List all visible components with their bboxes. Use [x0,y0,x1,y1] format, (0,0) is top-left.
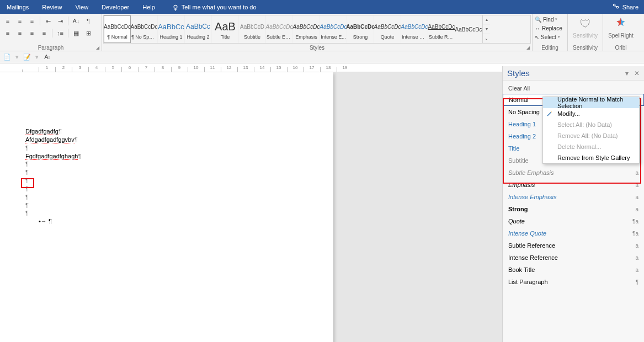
ruler-tick: 13 [237,65,254,70]
gallery-style-item[interactable]: AaBbCcDSubtitle [239,15,266,43]
styles-pane-title: Styles [507,68,530,78]
share-button[interactable]: Share [612,3,638,12]
pane-style-item[interactable]: Subtle Referencea [503,239,644,252]
gallery-style-item[interactable]: AaBbCcDcSubtle Em... [266,15,293,43]
styles-gallery[interactable]: AaBbCcDc¶ NormalAaBbCcDc¶ No Spac...AaBb… [103,15,531,44]
borders-button[interactable]: ⊞ [83,28,94,39]
pane-style-item[interactable]: Emphasisa [503,179,644,191]
share-label: Share [622,4,638,10]
shading-button[interactable]: ▦ [71,28,82,39]
pane-style-item[interactable]: Quote¶a [503,215,644,227]
context-menu-item[interactable]: Modify... [543,108,639,119]
pane-style-label: Subtle Emphasis [508,169,554,176]
gallery-style-item[interactable]: AaBbCcDcQuote [374,15,401,43]
separator [68,29,68,38]
tab-developer[interactable]: Developer [95,0,136,14]
replace-icon: ↔ [535,25,540,31]
tab-mailings[interactable]: Mailings [0,0,35,14]
indent-decrease-button[interactable]: ⇤ [42,15,54,26]
tell-me-search[interactable]: Tell me what you want to do [162,4,257,10]
ruler-tick: 12 [221,65,237,70]
style-inspector-button[interactable]: 📝 [22,52,32,62]
styles-dialog-launcher[interactable]: ◢ [525,45,531,50]
tab-view[interactable]: View [68,0,95,14]
style-preview-text: AaBbCcDc [320,19,347,34]
gallery-style-item[interactable]: AaBTitle [212,15,239,43]
sensitivity-icon[interactable]: 🛡 [578,16,593,31]
pane-close-icon[interactable]: ✕ [634,70,640,77]
clear-all-button[interactable]: Clear All [503,83,644,94]
select-button[interactable]: ↖Select▾ [535,33,565,41]
gallery-style-item[interactable]: AaBbCcDc [455,15,482,43]
pane-style-item[interactable]: Stronga [503,203,644,215]
style-preview-text: AaBbCc [185,19,211,34]
pane-style-item[interactable]: List Paragraph¶ [503,276,644,288]
pane-style-item[interactable]: Subtle Emphasisa [503,167,644,179]
gallery-style-item[interactable]: AaBbCcDc¶ No Spac... [131,15,158,43]
style-name-label: Subtle Em... [267,34,292,40]
pane-style-marker: a [635,182,638,188]
gallery-style-item[interactable]: AaBbCcDcIntense Q... [401,15,428,43]
gallery-style-item[interactable]: AaBbCcDcEmphasis [293,15,320,43]
gallery-style-item[interactable]: AaBbCcDc¶ Normal [104,15,131,43]
svg-point-0 [174,5,177,8]
document-page[interactable]: Dfgadfgadfg¶ Afdgadfgadfggvbv¶ ¶ Fgdfgad… [0,72,333,342]
update-toc-button[interactable]: 📄 [2,52,12,62]
pane-style-marker: a [635,255,638,261]
separator [52,29,52,38]
context-menu-item[interactable]: Update Normal to Match Selection [543,97,639,108]
ruler-tick: 10 [188,65,204,70]
align-center-button[interactable]: ≡ [14,28,25,39]
pane-style-label: Title [508,145,519,152]
tab-help[interactable]: Help [136,0,162,14]
context-menu-item[interactable]: Remove from Style Gallery [543,152,639,163]
find-button[interactable]: 🔍Find▾ [535,15,565,24]
tab-review[interactable]: Review [35,0,68,14]
pane-style-marker: a [635,206,638,212]
multilevel-button[interactable]: ≡ [26,15,38,26]
pilcrow-button[interactable]: ¶ [83,15,94,26]
gallery-more-button[interactable]: ▴▾⌄ [482,15,490,43]
paragraph-dialog-launcher[interactable]: ◢ [95,45,100,50]
pane-style-label: Subtitle [508,157,529,164]
bullets-button[interactable]: ≡ [2,15,13,26]
pane-style-item[interactable]: Intense Emphasisa [503,191,644,203]
ruler-tick: 4 [88,65,105,70]
line-spacing-button[interactable]: ↕≡ [55,28,66,39]
pane-style-item[interactable]: Book Titlea [503,264,644,276]
pane-style-label: Intense Quote [508,230,546,237]
gallery-style-item[interactable]: AaBbCcDcStrong [347,15,374,43]
pane-style-item[interactable]: Intense Quote¶a [503,227,644,239]
context-menu-label: Remove All: (No Data) [557,132,618,139]
replace-button[interactable]: ↔Replace [535,24,565,33]
style-preview-text: AaBbCcDc [104,19,130,34]
pane-style-item[interactable]: Intense Referencea [503,252,644,264]
ribbon: ≡ ≡ ≡ ⇤ ⇥ A↓ ¶ ≡ ≡ ≡ ≡ ↕≡ ▦ ⊞ Paragraph … [0,14,644,51]
reveal-formatting-button[interactable]: Aᵢ [42,52,52,62]
styles-group: AaBbCcDc¶ NormalAaBbCcDc¶ No Spac...AaBb… [102,14,533,51]
style-name-label: Subtle Ref... [429,34,454,40]
gallery-style-item[interactable]: AaBbCcDcIntense E... [320,15,347,43]
numbering-button[interactable]: ≡ [14,15,25,26]
ruler-tick: 8 [155,65,171,70]
align-left-button[interactable]: ≡ [2,28,13,39]
find-icon: 🔍 [535,17,541,23]
lightbulb-icon [172,4,178,10]
replace-label: Replace [542,25,562,31]
indent-increase-button[interactable]: ⇥ [55,15,66,26]
pane-style-marker: ¶a [632,231,638,237]
select-icon: ↖ [535,34,539,40]
pane-dropdown-icon[interactable]: ▾ [625,70,629,77]
document-content[interactable]: Dfgadfgadfg¶ Afdgadfgadfggvbv¶ ¶ Fgdfgad… [25,127,333,226]
spellright-icon[interactable] [613,16,629,31]
gallery-style-item[interactable]: AaBbCcDcSubtle Ref... [428,15,455,43]
gallery-style-item[interactable]: AaBbCcHeading 1 [158,15,185,43]
justify-button[interactable]: ≡ [39,28,50,39]
sort-button[interactable]: A↓ [71,15,82,26]
pane-style-label: No Spacing [508,109,540,115]
align-right-button[interactable]: ≡ [26,28,38,39]
oribi-group: SpellRight Oribi [603,14,638,51]
gallery-style-item[interactable]: AaBbCcHeading 2 [185,15,212,43]
pane-style-marker: ¶a [632,218,638,225]
style-name-label: Heading 2 [185,34,211,40]
